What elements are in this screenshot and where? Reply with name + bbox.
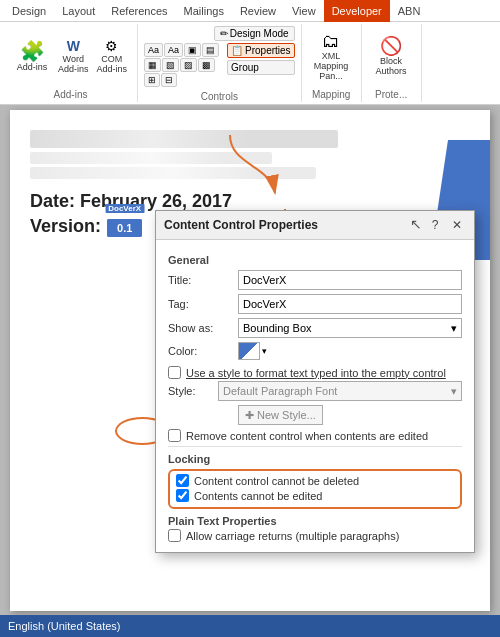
content-control-dialog: Content Control Properties ↖ ? ✕ General… <box>155 210 475 553</box>
tab-layout[interactable]: Layout <box>54 0 103 22</box>
ctrl-sq4[interactable]: ▧ <box>162 58 179 72</box>
tab-abn[interactable]: ABN <box>390 0 429 22</box>
mapping-buttons: 🗂 XMLMappingPan... <box>309 26 353 87</box>
lock1-row: Content control cannot be deleted <box>176 474 454 487</box>
color-label: Color: <box>168 345 238 357</box>
properties-button[interactable]: 📋 Properties <box>227 43 295 58</box>
ctrl-aa1[interactable]: Aa <box>144 43 163 57</box>
block-authors-button[interactable]: 🚫 BlockAuthors <box>369 35 413 78</box>
title-field-row: Title: <box>168 270 462 290</box>
tab-mailings[interactable]: Mailings <box>176 0 232 22</box>
xml-mapping-label: XMLMappingPan... <box>314 51 349 81</box>
ctrl-sq7[interactable]: ⊞ <box>144 73 160 87</box>
tag-input[interactable] <box>238 294 462 314</box>
carriage-return-row: Allow carriage returns (multiple paragra… <box>168 529 462 542</box>
date-line: Date: February 26, 2017 <box>30 191 470 212</box>
remove-control-checkbox[interactable] <box>168 429 181 442</box>
controls-group-label: Controls <box>201 91 238 102</box>
dialog-body: General Title: Tag: Show as: Bounding Bo… <box>156 240 474 552</box>
ribbon-content: 🧩 Add-ins W WordAdd-ins ⚙ COMAdd-ins Add… <box>0 22 500 104</box>
tab-review[interactable]: Review <box>232 0 284 22</box>
new-style-row: ✚ New Style... <box>168 405 462 425</box>
ctrl-sq3[interactable]: ▦ <box>144 58 161 72</box>
group-button[interactable]: Group <box>227 60 295 75</box>
locking-highlight-box: Content control cannot be deleted Conten… <box>168 469 462 509</box>
tag-label: Tag: <box>168 298 238 310</box>
new-style-button[interactable]: ✚ New Style... <box>238 405 323 425</box>
ribbon-group-protect: 🚫 BlockAuthors Prote... <box>362 24 422 102</box>
version-badge: DocVerX <box>105 204 144 213</box>
ribbon-group-controls: ✏ Design Mode Aa Aa ▣ ▤ ▦ ▧ ▨ ▩ ⊞ <box>138 24 302 102</box>
group-label: Group <box>231 62 259 73</box>
protect-buttons: 🚫 BlockAuthors <box>369 26 413 87</box>
dialog-titlebar: Content Control Properties ↖ ? ✕ <box>156 211 474 240</box>
show-as-value: Bounding Box <box>243 322 312 334</box>
addins-icon: 🧩 <box>20 41 45 61</box>
word-addins-label: WordAdd-ins <box>58 54 89 74</box>
ctrl-sq1[interactable]: ▣ <box>184 43 201 57</box>
lock1-checkbox[interactable] <box>176 474 189 487</box>
dialog-close-button[interactable]: ✕ <box>448 216 466 234</box>
properties-icon: 📋 <box>231 45 243 56</box>
color-dropdown-icon[interactable]: ▾ <box>262 346 267 356</box>
com-addins-label: COMAdd-ins <box>97 54 128 74</box>
blurred-line-1 <box>30 130 338 148</box>
ribbon-tabs: Design Layout References Mailings Review… <box>0 0 500 22</box>
show-as-row: Show as: Bounding Box ▾ <box>168 318 462 338</box>
mapping-group-label: Mapping <box>312 89 350 100</box>
plain-text-section-label: Plain Text Properties <box>168 515 462 527</box>
ctrl-sq6[interactable]: ▩ <box>198 58 215 72</box>
tab-view[interactable]: View <box>284 0 324 22</box>
ribbon-group-mapping: 🗂 XMLMappingPan... Mapping <box>302 24 362 102</box>
design-mode-icon: ✏ <box>220 28 228 39</box>
word-addins-button[interactable]: W WordAdd-ins <box>54 37 93 76</box>
properties-label: Properties <box>245 45 291 56</box>
carriage-return-label: Allow carriage returns (multiple paragra… <box>186 530 399 542</box>
remove-control-checkbox-row: Remove content control when contents are… <box>168 429 462 442</box>
title-input[interactable] <box>238 270 462 290</box>
add-ins-button[interactable]: 🧩 Add-ins <box>10 39 54 74</box>
style-format-label: Use a style to format text typed into th… <box>186 367 446 379</box>
version-value[interactable]: 0.1 <box>107 219 142 237</box>
tab-references[interactable]: References <box>103 0 175 22</box>
ctrl-aa2[interactable]: Aa <box>164 43 183 57</box>
show-as-label: Show as: <box>168 322 238 334</box>
ctrl-sq8[interactable]: ⊟ <box>161 73 177 87</box>
style-dropdown-icon: ▾ <box>451 385 457 398</box>
dialog-question-button[interactable]: ? <box>426 216 444 234</box>
style-format-checkbox-row: Use a style to format text typed into th… <box>168 366 462 379</box>
com-icon: ⚙ <box>105 39 118 53</box>
xml-icon: 🗂 <box>322 32 340 50</box>
ribbon: Design Layout References Mailings Review… <box>0 0 500 105</box>
general-section-label: General <box>168 254 462 266</box>
carriage-return-checkbox[interactable] <box>168 529 181 542</box>
dialog-title: Content Control Properties <box>164 218 318 232</box>
color-row: Color: ▾ <box>168 342 462 360</box>
style-value: Default Paragraph Font <box>223 385 337 397</box>
color-swatch[interactable] <box>238 342 260 360</box>
lock1-label: Content control cannot be deleted <box>194 475 359 487</box>
tab-developer[interactable]: Developer <box>324 0 390 22</box>
tag-field-row: Tag: <box>168 294 462 314</box>
ctrl-sq5[interactable]: ▨ <box>180 58 197 72</box>
dialog-cursor: ↖ <box>410 216 422 234</box>
design-mode-button[interactable]: ✏ Design Mode <box>214 26 295 41</box>
com-addins-button[interactable]: ⚙ COMAdd-ins <box>93 37 132 76</box>
ctrl-sq2[interactable]: ▤ <box>202 43 219 57</box>
block-authors-icon: 🚫 <box>380 37 402 55</box>
block-authors-label: BlockAuthors <box>376 56 407 76</box>
addins-buttons: 🧩 Add-ins W WordAdd-ins ⚙ COMAdd-ins <box>10 26 131 87</box>
xml-mapping-button[interactable]: 🗂 XMLMappingPan... <box>309 30 353 83</box>
blurred-line-3 <box>30 167 316 179</box>
language-status: English (United States) <box>8 620 121 632</box>
show-as-dropdown-icon: ▾ <box>451 322 457 335</box>
lock2-label: Contents cannot be edited <box>194 490 322 502</box>
lock2-row: Contents cannot be edited <box>176 489 454 502</box>
design-mode-label: Design Mode <box>230 28 289 39</box>
style-format-checkbox[interactable] <box>168 366 181 379</box>
lock2-checkbox[interactable] <box>176 489 189 502</box>
locking-section-label: Locking <box>168 453 462 465</box>
style-select[interactable]: Default Paragraph Font ▾ <box>218 381 462 401</box>
tab-design[interactable]: Design <box>4 0 54 22</box>
show-as-select[interactable]: Bounding Box ▾ <box>238 318 462 338</box>
